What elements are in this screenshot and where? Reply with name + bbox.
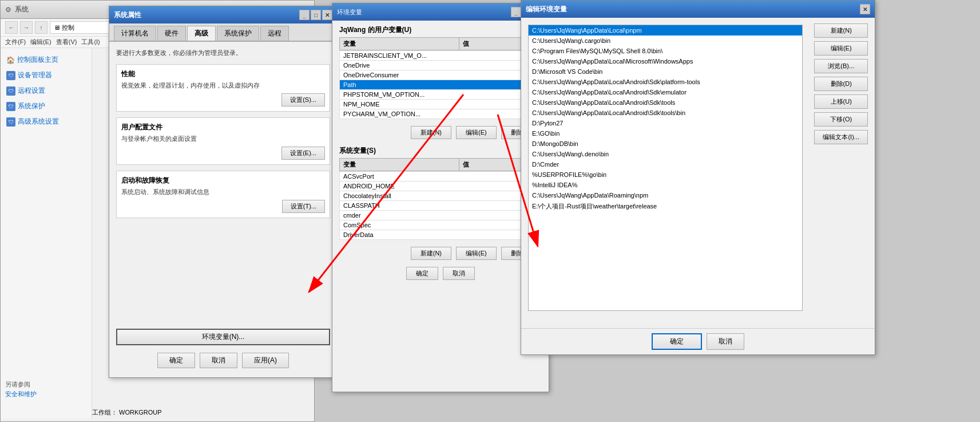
list-item-14[interactable]: %USERPROFILE%\go\bin <box>529 169 802 180</box>
sysprops-max-btn[interactable]: □ <box>311 10 321 20</box>
menu-file[interactable]: 文件(F) <box>5 38 26 46</box>
user-vars-data: JETBRAINSCLIENT_VM_O... OneDrive OneDriv… <box>339 50 542 119</box>
editenv-list[interactable]: C:\Users\JqWang\AppData\Local\pnpm C:\Us… <box>528 25 803 311</box>
table-row[interactable]: CLASSPATH <box>340 201 542 211</box>
list-item-6[interactable]: C:\Users\JqWang\AppData\Local\Android\Sd… <box>529 87 802 97</box>
list-item-13[interactable]: D:\Cmder <box>529 159 802 169</box>
editenv-down-btn[interactable]: 下移(O) <box>814 112 868 127</box>
sidebar-item-advanced[interactable]: 🛡 高级系统设置 <box>5 115 87 129</box>
table-row[interactable]: PYCHARM_VM_OPTION... <box>340 109 542 119</box>
table-row[interactable]: OneDrive <box>340 61 542 70</box>
device-manager-icon: 🛡 <box>6 71 15 80</box>
user-edit-btn[interactable]: 编辑(E) <box>456 126 497 139</box>
tab-computer-name[interactable]: 计算机名 <box>114 26 156 41</box>
table-row[interactable]: NPM_HOME <box>340 100 542 109</box>
editenv-edit-btn[interactable]: 编辑(E) <box>814 41 868 56</box>
system-vars-body: ACSvcPort ANDROID_HOME ChocolateyInstall… <box>339 171 542 240</box>
editenv-close-btn[interactable]: ✕ <box>860 4 870 14</box>
userprofile-settings-btn[interactable]: 设置(E)... <box>281 147 325 160</box>
sidebar-item-device-manager[interactable]: 🛡 设备管理器 <box>5 68 87 82</box>
advanced-icon: 🛡 <box>6 117 15 127</box>
table-row[interactable]: ANDROID_HOME <box>340 182 542 191</box>
user-vars-table: 变量 值 <box>339 37 542 50</box>
workgroup-row: 工作组： WORKGROUP <box>92 408 162 417</box>
tab-hardware[interactable]: 硬件 <box>157 26 186 41</box>
list-item-3[interactable]: C:\Users\JqWang\AppData\Local\Microsoft\… <box>529 56 802 66</box>
table-row[interactable]: DriverData <box>340 230 542 240</box>
sidebar-item-remote[interactable]: 🛡 远程设置 <box>5 84 87 98</box>
nav-forward[interactable]: → <box>20 21 33 34</box>
list-item-0[interactable]: C:\Users\JqWang\AppData\Local\pnpm <box>529 25 802 36</box>
list-item-17[interactable]: E:\个人项目-Rust项目\weather\target\release <box>529 200 802 212</box>
sidebar-item-control-panel[interactable]: 🏠 控制面板主页 <box>5 53 87 67</box>
performance-desc: 视觉效果，处理器计划，内存使用，以及虚拟内存 <box>121 81 325 90</box>
editenv-dialog: 编辑环境变量 ✕ C:\Users\JqWang\AppData\Local\p… <box>521 0 875 355</box>
envvars-min-btn[interactable]: _ <box>511 7 521 17</box>
startup-settings-btn[interactable]: 设置(T)... <box>282 200 325 213</box>
editenv-main: C:\Users\JqWang\AppData\Local\pnpm C:\Us… <box>521 20 875 315</box>
sysprops-close-btn[interactable]: ✕ <box>322 10 332 20</box>
editenv-cancel-btn[interactable]: 取消 <box>707 333 744 350</box>
sysprops-ok-btn[interactable]: 确定 <box>157 353 195 368</box>
system-vars-data: ACSvcPort ANDROID_HOME ChocolateyInstall… <box>339 171 542 240</box>
sysprops-min-btn[interactable]: _ <box>299 10 310 20</box>
menu-view[interactable]: 查看(V) <box>56 38 77 46</box>
sysprops-title: 系统属性 <box>114 10 141 20</box>
menu-edit[interactable]: 编辑(E) <box>30 38 51 46</box>
sysprops-titlebar: 系统属性 _ □ ✕ <box>109 6 337 23</box>
table-row[interactable]: OneDriveConsumer <box>340 70 542 80</box>
list-item-10[interactable]: E:\GO\bin <box>529 128 802 139</box>
nav-back[interactable]: ← <box>5 21 18 34</box>
list-item-16[interactable]: C:\Users\JqWang\AppData\Roaming\npm <box>529 190 802 200</box>
sysprops-apply-btn[interactable]: 应用(A) <box>242 353 289 368</box>
table-row[interactable]: ChocolateyInstall <box>340 191 542 201</box>
tab-advanced[interactable]: 高级 <box>187 26 216 41</box>
performance-title: 性能 <box>121 69 325 79</box>
nav-up[interactable]: ↑ <box>35 21 47 34</box>
editenv-new-btn[interactable]: 新建(N) <box>814 23 868 38</box>
list-item-12[interactable]: C:\Users\JqWang\.deno\bin <box>529 149 802 159</box>
sys-new-btn[interactable]: 新建(N) <box>411 247 451 260</box>
table-row[interactable]: PHPSTORM_VM_OPTION... <box>340 90 542 100</box>
performance-settings-btn[interactable]: 设置(S)... <box>281 93 325 107</box>
system-vars-table: 变量 值 <box>339 158 542 171</box>
editenv-edittext-btn[interactable]: 编辑文本(I)... <box>814 130 868 144</box>
table-row[interactable]: JETBRAINSCLIENT_VM_O... <box>340 51 542 61</box>
editenv-browse-btn[interactable]: 浏览(B)... <box>814 59 868 73</box>
warning-text: 要进行大多数更改，你必须作为管理员登录。 <box>116 49 330 57</box>
menu-tools[interactable]: 工具(I) <box>81 38 100 46</box>
table-row[interactable]: FLUTTER_STORAGE_BA... <box>340 240 542 240</box>
editenv-delete-btn[interactable]: 删除(D) <box>814 77 868 91</box>
userprofile-section: 用户配置文件 与登录帐户相关的桌面设置 设置(E)... <box>116 117 330 165</box>
sysprops-cancel-btn[interactable]: 取消 <box>200 353 237 368</box>
table-row[interactable]: cmder <box>340 211 542 220</box>
sys-edit-btn[interactable]: 编辑(E) <box>456 247 497 260</box>
list-item-15[interactable]: %IntelliJ IDEA% <box>529 180 802 190</box>
system-protect-icon: 🛡 <box>6 102 15 111</box>
list-item-5[interactable]: C:\Users\JqWang\AppData\Local\Android\Sd… <box>529 77 802 87</box>
envvars-cancel-btn[interactable]: 取消 <box>443 267 475 280</box>
table-row-path[interactable]: Path <box>340 80 542 90</box>
envvars-titlebar: 环境变量 _ □ ✕ <box>332 3 549 21</box>
list-item-7[interactable]: C:\Users\JqWang\AppData\Local\Android\Sd… <box>529 97 802 108</box>
table-row[interactable]: RIDER_VM_OPTIONS... <box>340 119 542 120</box>
list-item-9[interactable]: D:\Pyton27 <box>529 118 802 128</box>
envvars-ok-btn[interactable]: 确定 <box>406 267 438 280</box>
list-item-4[interactable]: D:\Microsoft VS Code\bin <box>529 66 802 77</box>
sidebar-item-system-protect[interactable]: 🛡 系统保护 <box>5 99 87 113</box>
editenv-up-btn[interactable]: 上移(U) <box>814 94 868 109</box>
table-row[interactable]: ComSpec <box>340 220 542 230</box>
editenv-ok-btn[interactable]: 确定 <box>652 333 702 350</box>
env-variables-btn[interactable]: 环境变量(N)... <box>116 329 330 345</box>
startup-desc: 系统启动、系统故障和调试信息 <box>121 188 325 196</box>
tab-system-protect[interactable]: 系统保护 <box>217 26 259 41</box>
list-item-8[interactable]: C:\Users\JqWang\AppData\Local\Android\Sd… <box>529 108 802 118</box>
safety-link[interactable]: 安全和维护 <box>5 390 37 399</box>
tab-remote[interactable]: 远程 <box>260 26 289 41</box>
user-vars-buttons: 新建(N) 编辑(E) 删除(D) <box>332 124 549 141</box>
table-row[interactable]: ACSvcPort <box>340 172 542 182</box>
list-item-11[interactable]: D:\MongoDB\bin <box>529 139 802 149</box>
list-item-1[interactable]: C:\Users\JqWang\.cargo\bin <box>529 36 802 46</box>
user-new-btn[interactable]: 新建(N) <box>411 126 451 139</box>
list-item-2[interactable]: C:\Program Files\MySQL\MySQL Shell 8.0\b… <box>529 46 802 56</box>
